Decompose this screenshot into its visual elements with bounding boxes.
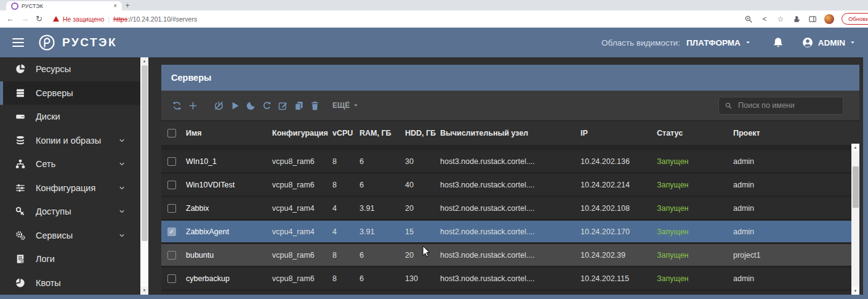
cell-vcpu: 8 bbox=[329, 274, 356, 283]
address-bar[interactable]: Не защищено | https://10.24.201.10/#serv… bbox=[49, 15, 733, 23]
cell-config: vcpu4_ram4 bbox=[268, 204, 329, 213]
page-scrollbar[interactable]: ▲ ▼ bbox=[140, 57, 148, 295]
brand-title: РУСТЭК bbox=[62, 36, 117, 49]
log-icon bbox=[15, 253, 26, 264]
column-header-3[interactable]: RAM, ГБ bbox=[356, 129, 401, 137]
row-checkbox[interactable]: ✓ bbox=[161, 227, 182, 236]
sidebar-item-label: Логи bbox=[36, 254, 55, 264]
cell-vcpu: 4 bbox=[329, 227, 356, 236]
cell-project: admin bbox=[729, 227, 859, 236]
cell-ram: 6 bbox=[356, 157, 401, 166]
trash-icon bbox=[310, 100, 320, 111]
extensions-puzzle-icon[interactable] bbox=[792, 15, 801, 23]
bookmark-star-icon[interactable]: ☆ bbox=[776, 15, 785, 23]
share-icon[interactable]: < bbox=[760, 15, 769, 23]
table-row[interactable]: bubuntuvcpu8_ram68620host3.node.rustack.… bbox=[161, 244, 859, 266]
search-box[interactable] bbox=[718, 97, 843, 115]
sidebar-item-configuration[interactable]: Конфигурация bbox=[0, 176, 140, 200]
cell-hdd: 20 bbox=[401, 204, 436, 213]
cell-config: vcpu8_ram6 bbox=[268, 274, 329, 283]
scrollbar-thumb[interactable] bbox=[142, 65, 148, 241]
row-checkbox[interactable] bbox=[161, 251, 182, 260]
sidebar-item-resources[interactable]: Ресурсы bbox=[0, 57, 140, 81]
row-checkbox[interactable] bbox=[161, 181, 182, 189]
select-all-checkbox[interactable] bbox=[161, 129, 182, 137]
main-area: Серверы ЕЩЁ ИмяКонфигурацияvCPURAM, ГБHD… bbox=[148, 57, 863, 295]
row-checkbox[interactable] bbox=[161, 274, 182, 283]
column-header-4[interactable]: HDD, ГБ bbox=[401, 129, 436, 137]
sidebar-item-network[interactable]: Сеть bbox=[0, 152, 140, 176]
table-scrollbar[interactable]: ▲ ▼ bbox=[851, 144, 859, 295]
sidebar-item-label: Конфигурация bbox=[36, 183, 95, 193]
row-checkbox[interactable] bbox=[161, 157, 182, 166]
scroll-down-arrow-icon[interactable]: ▼ bbox=[140, 287, 148, 295]
cell-project: admin bbox=[729, 157, 859, 166]
scroll-up-arrow-icon[interactable]: ▲ bbox=[851, 144, 859, 151]
table-row[interactable]: cyberbackupvcpu8_ram686130host3.node.rus… bbox=[161, 268, 859, 289]
cell-name: cyberbackup bbox=[182, 274, 268, 283]
column-header-0[interactable]: Имя bbox=[182, 129, 268, 137]
close-tab-icon[interactable]: × bbox=[113, 2, 117, 9]
browser-profile-avatar[interactable] bbox=[824, 14, 834, 24]
sidebar-item-access[interactable]: Доступы bbox=[0, 200, 140, 224]
notifications-bell-icon[interactable] bbox=[772, 36, 784, 49]
user-menu[interactable]: ADMIN bbox=[802, 36, 856, 49]
servers-icon bbox=[15, 88, 26, 99]
cell-hdd: 40 bbox=[401, 181, 436, 189]
edit-button[interactable] bbox=[275, 100, 291, 111]
browser-tab[interactable]: РУСТЭК × bbox=[6, 1, 122, 10]
cell-vcpu: 4 bbox=[329, 204, 356, 213]
column-header-5[interactable]: Вычислительный узел bbox=[436, 129, 577, 137]
sidebar-item-disks[interactable]: Диски bbox=[0, 105, 140, 129]
browser-update-button[interactable]: Обновить bbox=[842, 13, 868, 25]
cell-vcpu: 8 bbox=[329, 181, 356, 189]
row-checkbox[interactable] bbox=[161, 204, 182, 213]
search-input[interactable] bbox=[737, 100, 837, 110]
page-url: https://10.24.201.10/#servers bbox=[113, 15, 197, 23]
zoom-icon[interactable] bbox=[744, 15, 753, 23]
clone-button[interactable] bbox=[291, 100, 307, 111]
column-header-1[interactable]: Конфигурация bbox=[268, 129, 329, 137]
power-off-icon bbox=[214, 100, 224, 111]
column-header-8[interactable]: Проект bbox=[729, 129, 859, 137]
scope-selector[interactable]: ПЛАТФОРМА bbox=[686, 38, 751, 47]
create-button[interactable] bbox=[185, 100, 201, 111]
toolbar: ЕЩЁ bbox=[161, 91, 859, 120]
column-header-7[interactable]: Статус bbox=[653, 129, 729, 137]
refresh-button[interactable] bbox=[169, 100, 185, 111]
table-row[interactable]: Win10VDITestvcpu8_ram68640host3.node.rus… bbox=[161, 174, 859, 195]
new-tab-button[interactable]: + bbox=[122, 1, 133, 10]
sidebar-item-label: Квоты bbox=[36, 278, 61, 288]
delete-button[interactable] bbox=[307, 100, 323, 111]
chevron-down-icon bbox=[118, 137, 126, 144]
forward-icon[interactable]: → bbox=[21, 15, 29, 23]
start-button[interactable] bbox=[227, 100, 243, 111]
sidebar-item-logs[interactable]: Логи bbox=[0, 247, 140, 271]
reboot-button[interactable] bbox=[259, 100, 275, 111]
search-icon bbox=[725, 102, 733, 110]
more-button[interactable]: ЕЩЁ bbox=[332, 101, 359, 110]
scroll-up-arrow-icon[interactable]: ▲ bbox=[140, 57, 148, 65]
side-panel-icon[interactable] bbox=[808, 15, 817, 23]
browser-actions: < ☆ Обновить bbox=[744, 13, 862, 25]
power-off-button[interactable] bbox=[211, 100, 227, 111]
table-row[interactable]: ✓ZabbixAgentvcpu4_ram443.9115host2.node.… bbox=[161, 221, 859, 242]
scrollbar-thumb[interactable] bbox=[853, 166, 859, 208]
back-icon[interactable]: ← bbox=[6, 15, 14, 23]
sidebar-item-copies-images[interactable]: Копии и образы bbox=[0, 129, 140, 153]
sidebar-item-servers[interactable]: Серверы bbox=[0, 81, 140, 105]
plus-icon bbox=[188, 100, 198, 111]
table-row[interactable]: WIn10_1vcpu8_ram68630host3.node.rustack.… bbox=[161, 150, 859, 172]
cell-status: Запущен bbox=[653, 274, 729, 283]
cell-project: admin bbox=[729, 204, 859, 213]
suspend-button[interactable] bbox=[243, 100, 259, 111]
sidebar-item-services[interactable]: Сервисы bbox=[0, 224, 140, 248]
scroll-down-arrow-icon[interactable]: ▼ bbox=[851, 287, 859, 295]
sidebar-item-quotas[interactable]: Квоты bbox=[0, 271, 140, 295]
url-rest: ://10.24.201.10/#servers bbox=[127, 15, 197, 23]
column-header-6[interactable]: IP bbox=[577, 129, 653, 137]
menu-icon[interactable] bbox=[12, 36, 24, 49]
table-row[interactable]: Zabbixvcpu4_ram443.9120host2.node.rustac… bbox=[161, 197, 859, 219]
reload-icon[interactable]: ↻ bbox=[36, 15, 42, 23]
column-header-2[interactable]: vCPU bbox=[329, 129, 356, 137]
